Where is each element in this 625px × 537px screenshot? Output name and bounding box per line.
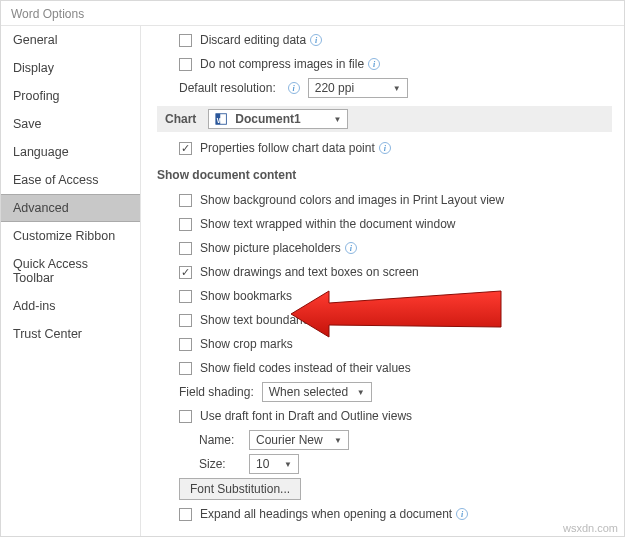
info-icon[interactable]: i (288, 82, 300, 94)
sidebar-item-trust-center[interactable]: Trust Center (1, 320, 140, 348)
info-icon[interactable]: i (310, 34, 322, 46)
sidebar-item-customize-ribbon[interactable]: Customize Ribbon (1, 222, 140, 250)
chart-section-label: Chart (165, 112, 196, 126)
discard-editing-checkbox[interactable] (179, 34, 192, 47)
show-crop-checkbox[interactable] (179, 338, 192, 351)
sidebar-item-advanced[interactable]: Advanced (1, 194, 140, 222)
window-title: Word Options (1, 1, 624, 25)
show-bookmarks-label: Show bookmarks (200, 289, 292, 303)
show-bookmarks-checkbox[interactable] (179, 290, 192, 303)
chevron-down-icon: ▼ (357, 388, 365, 397)
field-shading-dropdown[interactable]: When selected ▼ (262, 382, 372, 402)
chart-document-dropdown[interactable]: W Document1 ▼ (208, 109, 348, 129)
expand-headings-label: Expand all headings when opening a docum… (200, 507, 452, 521)
show-bg-checkbox[interactable] (179, 194, 192, 207)
show-placeholders-checkbox[interactable] (179, 242, 192, 255)
properties-follow-label: Properties follow chart data point (200, 141, 375, 155)
word-doc-icon: W (215, 112, 229, 126)
properties-follow-checkbox[interactable] (179, 142, 192, 155)
sidebar-item-quick-access-toolbar[interactable]: Quick Access Toolbar (1, 250, 140, 292)
font-size-label: Size: (199, 457, 241, 471)
show-boundaries-label: Show text boundaries (200, 313, 315, 327)
sidebar-item-language[interactable]: Language (1, 138, 140, 166)
sidebar-item-add-ins[interactable]: Add-ins (1, 292, 140, 320)
show-document-content-heading: Show document content (157, 162, 612, 186)
show-boundaries-checkbox[interactable] (179, 314, 192, 327)
use-draft-font-label: Use draft font in Draft and Outline view… (200, 409, 412, 423)
content-panel: Discard editing data i Do not compress i… (141, 25, 624, 536)
chevron-down-icon: ▼ (333, 115, 341, 124)
watermark: wsxdn.com (563, 522, 618, 534)
sidebar-item-display[interactable]: Display (1, 54, 140, 82)
info-icon[interactable]: i (368, 58, 380, 70)
show-bg-label: Show background colors and images in Pri… (200, 193, 504, 207)
chevron-down-icon: ▼ (334, 436, 342, 445)
sidebar-item-ease-of-access[interactable]: Ease of Access (1, 166, 140, 194)
show-fieldcodes-checkbox[interactable] (179, 362, 192, 375)
sidebar-item-proofing[interactable]: Proofing (1, 82, 140, 110)
font-name-label: Name: (199, 433, 241, 447)
discard-editing-label: Discard editing data (200, 33, 306, 47)
show-crop-label: Show crop marks (200, 337, 293, 351)
default-resolution-dropdown[interactable]: 220 ppi ▼ (308, 78, 408, 98)
show-drawings-checkbox[interactable] (179, 266, 192, 279)
show-wrap-checkbox[interactable] (179, 218, 192, 231)
chevron-down-icon: ▼ (284, 460, 292, 469)
no-compress-label: Do not compress images in file (200, 57, 364, 71)
svg-text:W: W (217, 117, 224, 124)
font-size-dropdown[interactable]: 10 ▼ (249, 454, 299, 474)
field-shading-label: Field shading: (179, 385, 254, 399)
sidebar-item-general[interactable]: General (1, 26, 140, 54)
show-placeholders-label: Show picture placeholders (200, 241, 341, 255)
default-resolution-label: Default resolution: (179, 81, 276, 95)
sidebar: General Display Proofing Save Language E… (1, 25, 141, 536)
info-icon[interactable]: i (379, 142, 391, 154)
no-compress-checkbox[interactable] (179, 58, 192, 71)
sidebar-item-save[interactable]: Save (1, 110, 140, 138)
use-draft-font-checkbox[interactable] (179, 410, 192, 423)
expand-headings-checkbox[interactable] (179, 508, 192, 521)
font-substitution-button[interactable]: Font Substitution... (179, 478, 301, 500)
info-icon[interactable]: i (345, 242, 357, 254)
info-icon[interactable]: i (456, 508, 468, 520)
show-fieldcodes-label: Show field codes instead of their values (200, 361, 411, 375)
show-drawings-label: Show drawings and text boxes on screen (200, 265, 419, 279)
font-name-dropdown[interactable]: Courier New ▼ (249, 430, 349, 450)
show-wrap-label: Show text wrapped within the document wi… (200, 217, 455, 231)
chevron-down-icon: ▼ (393, 84, 401, 93)
